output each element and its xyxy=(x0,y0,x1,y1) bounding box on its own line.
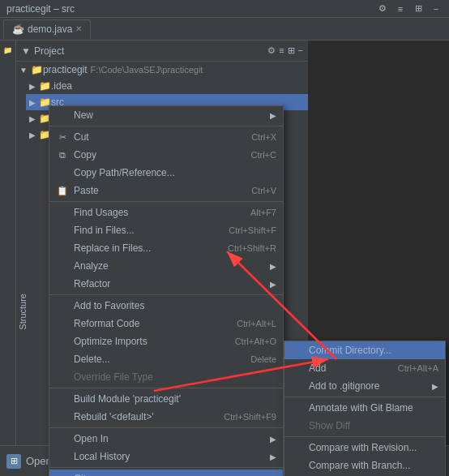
add-shortcut: Ctrl+Alt+A xyxy=(398,363,438,373)
project-header-icons: ⚙ ≡ ⊞ − xyxy=(267,45,303,56)
menu-item-refactor[interactable]: Refactor ▶ xyxy=(49,275,283,293)
rebuild-icon xyxy=(56,410,69,423)
project-minus-icon[interactable]: − xyxy=(298,45,303,56)
minimize-icon[interactable]: − xyxy=(430,2,443,15)
menu-item-find-in-files[interactable]: Find in Files... Ctrl+Shift+F xyxy=(49,221,283,239)
tree-root-path: F:\Code\JavaSEJ\practicegit xyxy=(91,65,203,75)
layout-icon[interactable]: ⊞ xyxy=(412,2,425,15)
expand-icon-src: ▶ xyxy=(29,98,36,107)
menu-icon[interactable]: ≡ xyxy=(394,2,407,15)
git-sep-2 xyxy=(284,436,445,437)
git-menu-show-diff-label: Show Diff xyxy=(309,420,438,431)
analyze-icon xyxy=(56,259,69,272)
menu-item-cut[interactable]: ✂ Cut Ctrl+X xyxy=(49,128,283,146)
cut-icon: ✂ xyxy=(56,131,69,144)
separator-1 xyxy=(49,126,283,127)
new-arrow-icon: ▶ xyxy=(270,111,276,120)
menu-item-find-usages[interactable]: Find Usages Alt+F7 xyxy=(49,204,283,221)
project-list-icon[interactable]: ≡ xyxy=(279,45,284,56)
copy-path-icon xyxy=(56,166,69,179)
menu-item-analyze-label: Analyze xyxy=(74,260,265,272)
git-menu-annotate[interactable]: Annotate with Git Blame xyxy=(284,399,445,417)
paste-shortcut: Ctrl+V xyxy=(251,186,276,195)
separator-4 xyxy=(49,388,283,388)
annotate-icon xyxy=(291,401,304,414)
menu-item-rebuild-label: Rebuild '<default>' xyxy=(74,411,219,422)
menu-item-paste-label: Paste xyxy=(74,185,246,196)
git-menu-annotate-label: Annotate with Git Blame xyxy=(309,402,438,414)
menu-item-new[interactable]: New ▶ xyxy=(49,106,283,124)
separator-2 xyxy=(49,201,283,202)
git-menu-commit-directory[interactable]: Commit Directory... xyxy=(284,341,445,359)
find-usages-shortcut: Alt+F7 xyxy=(250,208,276,217)
expand-icon-sc: ▶ xyxy=(29,131,36,139)
sidebar-project-icon[interactable]: 📁 xyxy=(2,44,15,57)
menu-item-paste[interactable]: 📋 Paste Ctrl+V xyxy=(49,182,283,199)
gitignore-arrow-icon: ▶ xyxy=(432,382,438,391)
open-in-arrow-icon: ▶ xyxy=(270,435,276,444)
project-layout-icon[interactable]: ⊞ xyxy=(288,45,295,56)
git-icon xyxy=(56,472,69,476)
project-settings-icon[interactable]: ⚙ xyxy=(267,45,276,56)
menu-item-override-label: Override File Type xyxy=(74,371,276,383)
menu-item-open-in[interactable]: Open In ▶ xyxy=(49,430,283,448)
structure-label: Structure xyxy=(18,294,28,330)
java-file-icon: ☕ xyxy=(12,24,24,35)
menu-item-new-label: New xyxy=(74,109,265,121)
git-menu-compare-branch[interactable]: Compare with Branch... xyxy=(284,457,445,474)
tab-label: demo.java xyxy=(28,24,72,35)
git-menu-compare-branch-label: Compare with Branch... xyxy=(309,460,438,471)
separator-5 xyxy=(49,427,283,428)
open-module-settings-module-icon: ⊞ xyxy=(6,454,21,469)
settings-icon[interactable]: ⚙ xyxy=(376,2,389,15)
menu-item-copy[interactable]: ⧉ Copy Ctrl+C xyxy=(49,146,283,164)
optimize-icon xyxy=(56,335,69,348)
git-menu-add-to-gitignore[interactable]: Add to .gitignore ▶ xyxy=(284,377,445,395)
menu-item-copy-path[interactable]: Copy Path/Reference... xyxy=(49,164,283,182)
menu-item-analyze[interactable]: Analyze ▶ xyxy=(49,257,283,275)
menu-item-optimize-label: Optimize Imports xyxy=(74,336,230,347)
open-in-icon xyxy=(56,432,69,445)
project-chevron-icon: ▼ xyxy=(21,45,31,57)
menu-item-git[interactable]: Git ▶ xyxy=(49,470,283,476)
menu-item-delete[interactable]: Delete... Delete xyxy=(49,350,283,368)
menu-item-rebuild[interactable]: Rebuild '<default>' Ctrl+Shift+F9 xyxy=(49,408,283,426)
menu-item-override-file-type: Override File Type xyxy=(49,368,283,386)
menu-item-find-in-files-label: Find in Files... xyxy=(74,225,224,236)
top-bar-controls: ⚙ ≡ ⊞ − xyxy=(376,2,443,15)
project-header-label: Project xyxy=(34,45,64,57)
menu-item-build-module[interactable]: Build Module 'practicegit' xyxy=(49,390,283,408)
menu-item-git-label: Git xyxy=(74,473,265,476)
tree-item-idea[interactable]: ▶ 📁 .idea xyxy=(26,78,308,94)
refactor-icon xyxy=(56,277,69,290)
menu-item-reformat[interactable]: Reformat Code Ctrl+Alt+L xyxy=(49,315,283,332)
menu-item-add-to-favorites[interactable]: Add to Favorites xyxy=(49,297,283,315)
sidebar: 📁 xyxy=(0,41,16,476)
git-menu-compare-revision[interactable]: Compare with Revision... xyxy=(284,439,445,457)
project-header: ▼ Project ⚙ ≡ ⊞ − xyxy=(16,41,308,62)
delete-icon xyxy=(56,353,69,366)
reformat-icon xyxy=(56,317,69,330)
menu-item-cut-label: Cut xyxy=(74,131,246,143)
find-in-files-shortcut: Ctrl+Shift+F xyxy=(229,225,276,235)
tab-demo-java[interactable]: ☕ demo.java ✕ xyxy=(3,19,91,39)
menu-item-replace-in-files[interactable]: Replace in Files... Ctrl+Shift+R xyxy=(49,239,283,257)
tree-item-idea-label: .idea xyxy=(51,80,72,92)
menu-item-replace-label: Replace in Files... xyxy=(74,242,223,254)
tab-close-icon[interactable]: ✕ xyxy=(75,24,82,33)
rebuild-shortcut: Ctrl+Shift+F9 xyxy=(224,412,276,422)
menu-item-local-history-label: Local History xyxy=(74,451,265,462)
top-bar-title: practicegit – src xyxy=(6,3,75,15)
tree-root-item[interactable]: ▼ 📁 practicegit F:\Code\JavaSEJ\practice… xyxy=(16,62,308,78)
optimize-shortcut: Ctrl+Alt+O xyxy=(235,337,276,346)
menu-item-copy-path-label: Copy Path/Reference... xyxy=(74,167,276,178)
copy-icon: ⧉ xyxy=(56,148,69,161)
menu-item-optimize-imports[interactable]: Optimize Imports Ctrl+Alt+O xyxy=(49,332,283,350)
menu-item-delete-label: Delete... xyxy=(74,354,246,365)
commit-dir-icon xyxy=(291,344,304,357)
menu-item-refactor-label: Refactor xyxy=(74,278,265,289)
menu-item-local-history[interactable]: Local History ▶ xyxy=(49,448,283,465)
git-sep-1 xyxy=(284,397,445,397)
compare-revision-icon xyxy=(291,441,304,454)
git-menu-add[interactable]: Add Ctrl+Alt+A xyxy=(284,359,445,377)
